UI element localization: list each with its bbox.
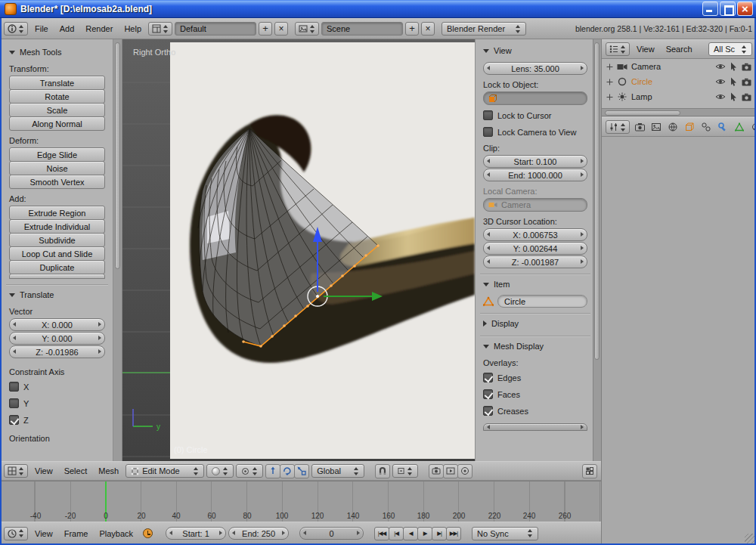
scene-browse-button[interactable]	[295, 22, 319, 36]
scene-name-field[interactable]: Scene	[321, 22, 403, 36]
frame-end-field[interactable]: End: 250	[228, 527, 289, 540]
menu-view[interactable]: View	[632, 45, 659, 54]
renderability-camera-icon[interactable]	[742, 63, 751, 71]
add-screen-button[interactable]	[259, 22, 272, 36]
edges-checkbox[interactable]	[483, 373, 493, 382]
n-panel-scrollbar[interactable]	[593, 39, 601, 461]
layers-button[interactable]	[582, 464, 597, 478]
constraint-x-checkbox[interactable]	[9, 382, 19, 392]
cursor-z-field[interactable]: Z: -0.001987	[483, 255, 587, 268]
vector-z-field[interactable]: Z: -0.01986	[9, 345, 105, 358]
object-name[interactable]: Lamp	[631, 92, 711, 101]
tab-material[interactable]	[748, 120, 756, 135]
pivot-point-dropdown[interactable]	[236, 464, 263, 478]
proportional-edit-button[interactable]	[457, 464, 472, 478]
lock-camera-checkbox[interactable]	[483, 127, 493, 137]
current-frame-field[interactable]: 0	[299, 527, 364, 540]
expand-plus-icon[interactable]	[606, 79, 613, 85]
outliner-row-lamp[interactable]: Lamp	[602, 89, 756, 104]
close-button[interactable]	[737, 2, 753, 16]
extrude-region-button[interactable]: Extrude Region	[9, 206, 105, 220]
subdivide-button[interactable]: Subdivide	[9, 233, 105, 247]
lock-camera-row[interactable]: Lock Camera to View	[483, 125, 587, 138]
outliner-scrollbar[interactable]	[602, 108, 756, 116]
clip-end-field[interactable]: End: 1000.000	[483, 169, 587, 181]
outliner-row-camera[interactable]: Camera	[602, 59, 756, 74]
vector-y-field[interactable]: Y: 0.000	[9, 332, 105, 345]
tool-shelf-scrollbar[interactable]	[113, 39, 122, 461]
selectability-arrow-icon[interactable]	[730, 62, 738, 71]
editor-type-selector-info[interactable]	[4, 22, 28, 36]
display-panel-header[interactable]: Display	[483, 317, 587, 330]
scale-button[interactable]: Scale	[9, 103, 105, 117]
faces-checkbox[interactable]	[483, 389, 493, 399]
editor-type-selector-outliner[interactable]	[606, 42, 630, 56]
constraint-y-row[interactable]: Y	[9, 397, 105, 410]
opengl-render-anim-button[interactable]	[443, 464, 458, 478]
tab-scene[interactable]	[649, 120, 664, 135]
item-panel-header[interactable]: Item	[483, 277, 587, 291]
edge-slide-button[interactable]: Edge Slide	[9, 147, 105, 162]
item-name-field[interactable]: Circle	[497, 295, 587, 308]
mesh-tools-panel-header[interactable]: Mesh Tools	[9, 45, 105, 59]
extrude-individual-button[interactable]: Extrude Individual	[9, 219, 105, 234]
constraint-z-checkbox[interactable]	[9, 415, 19, 425]
tab-world[interactable]	[665, 120, 680, 135]
mesh-display-panel-header[interactable]: Mesh Display	[483, 339, 587, 353]
properties-editor-body[interactable]	[602, 137, 756, 545]
rotate-manipulator-button[interactable]	[280, 464, 295, 478]
creases-checkbox[interactable]	[483, 406, 493, 416]
menu-help[interactable]: Help	[119, 24, 146, 33]
jump-to-start-button[interactable]: |◀◀	[374, 527, 389, 540]
lock-to-cursor-checkbox[interactable]	[483, 110, 493, 120]
menu-frame[interactable]: Frame	[60, 529, 93, 538]
opengl-render-button[interactable]	[429, 464, 444, 478]
outliner-filter-dropdown[interactable]: All Sc	[708, 42, 752, 56]
prev-keyframe-button[interactable]: |◀	[389, 527, 404, 540]
play-reverse-button[interactable]: ◀	[403, 527, 418, 540]
outliner-row-circle[interactable]: Circle	[602, 74, 756, 89]
rotate-button[interactable]: Rotate	[9, 89, 105, 104]
tab-modifiers[interactable]	[715, 120, 730, 135]
scrollbar-thumb[interactable]	[115, 42, 120, 269]
delete-scene-button[interactable]	[421, 22, 435, 36]
screen-browse-button[interactable]	[148, 22, 172, 36]
scrollbar-thumb[interactable]	[594, 42, 600, 360]
menu-search[interactable]: Search	[662, 45, 697, 54]
smooth-vertex-button[interactable]: Smooth Vertex	[9, 175, 105, 189]
editor-type-selector-properties[interactable]	[606, 120, 630, 134]
tab-object-data[interactable]	[732, 120, 747, 135]
menu-mesh[interactable]: Mesh	[94, 466, 123, 475]
along-normal-button[interactable]: Along Normal	[9, 116, 105, 131]
tab-constraints[interactable]	[699, 120, 714, 135]
loop-cut-button[interactable]: Loop Cut and Slide	[9, 246, 105, 261]
translate-button[interactable]: Translate	[9, 76, 105, 90]
menu-select[interactable]: Select	[60, 466, 92, 475]
cursor-x-field[interactable]: X: 0.006753	[483, 228, 587, 241]
constraint-y-checkbox[interactable]	[9, 398, 19, 408]
renderability-camera-icon[interactable]	[742, 93, 751, 101]
mode-dropdown[interactable]: Edit Mode	[125, 464, 204, 478]
overlay-faces-row[interactable]: Faces	[483, 388, 587, 401]
object-name[interactable]: Camera	[631, 62, 711, 71]
window-titlebar[interactable]: Blender* [D:\elmosab2a.blend]	[0, 0, 756, 18]
editor-type-selector-3dview[interactable]	[4, 464, 28, 478]
local-camera-field[interactable]: Camera	[483, 198, 587, 212]
constraint-z-row[interactable]: Z	[9, 413, 105, 426]
translate-operator-panel-header[interactable]: Translate	[9, 288, 105, 302]
jump-to-end-button[interactable]: ▶▶|	[446, 527, 461, 540]
translate-manipulator-button[interactable]	[265, 464, 280, 478]
overlay-creases-row[interactable]: Creases	[483, 404, 587, 417]
scale-manipulator-button[interactable]	[294, 464, 309, 478]
noise-button[interactable]: Noise	[9, 161, 105, 175]
selectability-arrow-icon[interactable]	[730, 77, 738, 86]
manipulator-center[interactable]	[316, 295, 319, 298]
lock-to-cursor-row[interactable]: Lock to Cursor	[483, 109, 587, 122]
minimize-button[interactable]	[702, 2, 718, 16]
menu-render[interactable]: Render	[81, 24, 117, 33]
viewport-canvas[interactable]: y Right Ortho (0) Circle	[122, 39, 475, 461]
screen-layout-name-field[interactable]: Default	[175, 22, 256, 36]
overlay-edges-row[interactable]: Edges	[483, 371, 587, 384]
constraint-x-row[interactable]: X	[9, 380, 105, 393]
expand-plus-icon[interactable]	[606, 63, 613, 70]
